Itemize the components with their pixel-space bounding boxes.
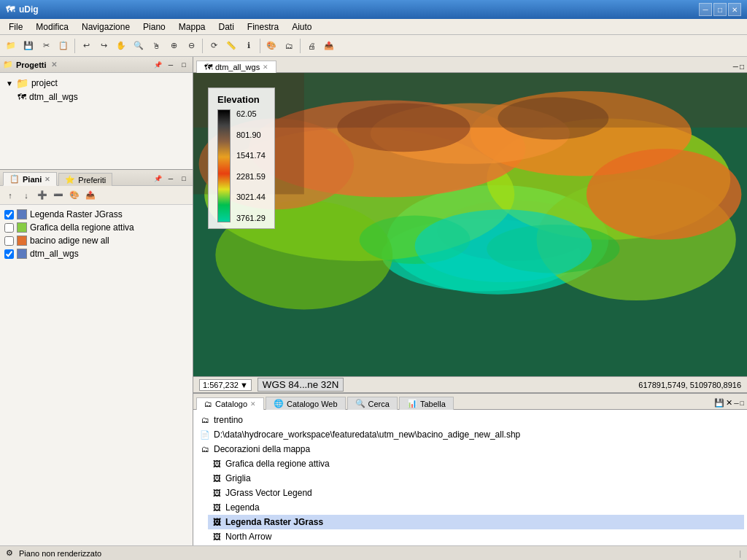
menu-finestra[interactable]: Finestra: [241, 20, 285, 34]
layer-check-2[interactable]: [4, 236, 14, 246]
catalog-minimize-btn[interactable]: ─: [734, 400, 738, 407]
map-minimize-btn[interactable]: ─: [733, 63, 738, 71]
cat-icon-1: 📄: [199, 429, 211, 440]
menu-navigazione[interactable]: Navigazione: [76, 20, 136, 34]
project-item[interactable]: ▼ 📁 project: [3, 76, 190, 90]
cat-label-6: Legenda: [225, 502, 260, 513]
legend-val-2: 1541.74: [236, 151, 266, 160]
layer-style-btn[interactable]: 🎨: [67, 188, 82, 203]
cat-item-3[interactable]: 🖼 Grafica della regione attiva: [208, 456, 744, 471]
app-title: uDig: [19, 4, 39, 15]
progetti-maximize[interactable]: □: [178, 60, 190, 70]
piani-pin-btn[interactable]: 📌: [152, 174, 163, 184]
layer-check-3[interactable]: [4, 249, 14, 259]
catalog-tab-web[interactable]: 🌐 Catalogo Web: [266, 397, 346, 410]
menu-dati[interactable]: Dati: [212, 20, 239, 34]
layer-item-2[interactable]: bacino adige new all: [1, 234, 191, 247]
tab-preferiti[interactable]: ⭐ Preferiti: [58, 173, 112, 186]
catalog-maximize-btn[interactable]: □: [740, 400, 744, 407]
crs-button[interactable]: WGS 84...ne 32N: [258, 378, 344, 392]
map-tab-dtm[interactable]: 🗺 dtm_all_wgs ✕: [196, 61, 276, 73]
tb-style[interactable]: 🎨: [263, 38, 279, 54]
scale-selector[interactable]: 1:567,232 ▼: [199, 379, 252, 391]
layer-file-item[interactable]: 🗺 dtm_all_wgs: [15, 90, 190, 104]
tb-info[interactable]: ℹ: [241, 38, 257, 54]
progetti-title: Progetti: [16, 61, 47, 69]
catalog-save-btn[interactable]: 💾: [714, 398, 724, 408]
legend-val-4: 3021.44: [236, 192, 266, 201]
tb-add[interactable]: ⊕: [166, 38, 182, 54]
menu-aiuto[interactable]: Aiuto: [286, 20, 317, 34]
tb-measure[interactable]: 📏: [223, 38, 239, 54]
menubar: File Modifica Navigazione Piano Mappa Da…: [0, 19, 747, 35]
piani-maximize-btn[interactable]: □: [178, 174, 190, 184]
layer-check-1[interactable]: [4, 223, 14, 233]
cat-label-1: D:\data\hydrocare_workspace\featuredata\…: [214, 429, 520, 440]
layer-item-3[interactable]: dtm_all_wgs: [1, 247, 191, 260]
cat-icon-5: 🖼: [211, 487, 222, 499]
cat-item-4[interactable]: 🖼 Griglia: [208, 471, 744, 486]
cat-label-2: Decorazioni della mappa: [214, 444, 310, 454]
menu-file[interactable]: File: [3, 20, 28, 34]
tab-piani[interactable]: 📋 Piani ✕: [3, 172, 57, 186]
cat-item-0[interactable]: 🗂 trentino: [196, 413, 744, 427]
piani-minimize-btn[interactable]: ─: [165, 174, 177, 184]
layer-export-btn[interactable]: 📤: [83, 188, 98, 203]
piani-tab-close-btn[interactable]: ✕: [44, 176, 50, 183]
map-area[interactable]: Elevation 62.05 801.90 1541.74 2281.59 3…: [193, 73, 747, 376]
layer-check-0[interactable]: [4, 210, 14, 219]
toolbar: 📁 💾 ✂ 📋 ↩ ↪ ✋ 🔍 🖱 ⊕ ⊖ ⟳ 📏 ℹ 🎨 🗂 🖨 📤: [0, 35, 747, 57]
cat-item-8[interactable]: 🖼 North Arrow: [208, 529, 744, 544]
map-tab-close[interactable]: ✕: [263, 63, 268, 71]
cat-item-7[interactable]: 🖼 Legenda Raster JGrass: [208, 515, 744, 529]
legend-bar: 62.05 801.90 1541.74 2281.59 3021.44 376…: [217, 109, 266, 222]
cat-item-5[interactable]: 🖼 JGrass Vector Legend: [208, 486, 744, 500]
tb-extent[interactable]: ⟳: [206, 38, 222, 54]
map-maximize-btn[interactable]: □: [740, 63, 744, 71]
tb-cut[interactable]: ✂: [38, 38, 54, 54]
catalog-tab-catalogo[interactable]: 🗂 Catalogo ✕: [196, 397, 264, 410]
layer-remove-btn[interactable]: ➖: [51, 188, 66, 203]
tb-zoom-in[interactable]: 🔍: [131, 38, 147, 54]
close-button[interactable]: ✕: [728, 3, 741, 16]
tb-pan[interactable]: ✋: [113, 38, 129, 54]
progetti-pin[interactable]: 📌: [152, 60, 163, 70]
tb-redo[interactable]: ↪: [96, 38, 112, 54]
catalog-icon: 🗂: [204, 400, 212, 408]
cat-item-2[interactable]: 🗂 Decorazioni della mappa: [196, 442, 744, 456]
tb-paste[interactable]: 📋: [55, 38, 71, 54]
tb-catalog[interactable]: 🗂: [281, 38, 297, 54]
menu-piano[interactable]: Piano: [137, 20, 171, 34]
layer-up[interactable]: ↑: [3, 188, 18, 203]
scale-value: 1:567,232: [203, 381, 239, 389]
minimize-button[interactable]: ─: [699, 3, 712, 16]
file-layer-icon: 🗺: [18, 92, 26, 102]
legend-gradient: [217, 109, 231, 222]
tb-print[interactable]: 🖨: [303, 38, 320, 54]
layer-item-1[interactable]: Grafica della regione attiva: [1, 221, 191, 234]
progetti-minimize[interactable]: ─: [165, 60, 177, 70]
tb-undo[interactable]: ↩: [78, 38, 94, 54]
catalog-tab-tabella[interactable]: 📊 Tabella: [399, 397, 454, 410]
toolbar-sep-4: [300, 39, 301, 53]
preferiti-tab-label: Preferiti: [78, 176, 106, 184]
maximize-button[interactable]: □: [713, 3, 727, 16]
cat-label-3: Grafica della regione attiva: [225, 459, 330, 469]
layer-down[interactable]: ↓: [19, 188, 34, 203]
progetti-tab-close[interactable]: ✕: [51, 61, 57, 69]
catalogo-close[interactable]: ✕: [250, 400, 256, 408]
layer-item-0[interactable]: Legenda Raster JGrass: [1, 208, 191, 221]
tb-new[interactable]: 📁: [3, 38, 19, 54]
menu-mappa[interactable]: Mappa: [173, 20, 212, 34]
catalog-close-btn[interactable]: ✕: [726, 398, 732, 408]
tb-save[interactable]: 💾: [20, 38, 36, 54]
cat-item-1[interactable]: 📄 D:\data\hydrocare_workspace\featuredat…: [196, 427, 744, 442]
cat-item-6[interactable]: 🖼 Legenda: [208, 500, 744, 515]
tb-remove[interactable]: ⊖: [183, 38, 199, 54]
menu-modifica[interactable]: Modifica: [30, 20, 74, 34]
tb-select[interactable]: 🖱: [148, 38, 164, 54]
layer-add[interactable]: ➕: [35, 188, 50, 203]
tb-export[interactable]: 📤: [321, 38, 337, 54]
catalog-tab-cerca[interactable]: 🔍 Cerca: [347, 397, 398, 410]
map-tab-controls: ─ □: [733, 63, 744, 72]
